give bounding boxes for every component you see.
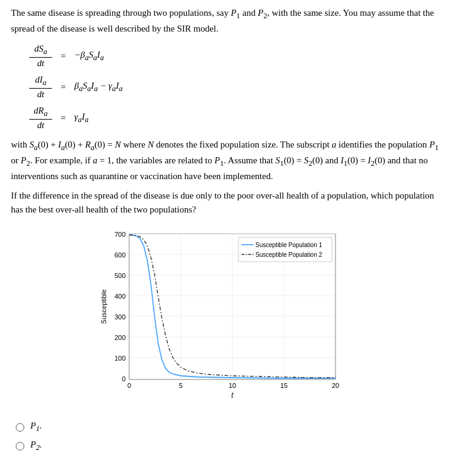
x-tick-20: 20	[331, 382, 338, 389]
eq1-equals: =	[61, 51, 66, 61]
eq3-line	[29, 119, 52, 120]
option-row-2: P2.	[16, 440, 447, 452]
legend-label-1: Susceptible Population 1	[255, 242, 323, 248]
option-label-p1: P1.	[30, 421, 42, 433]
y-tick-300: 300	[114, 313, 125, 321]
chart-container: 0 100 200 300 400 500 600 700 0 5 10 15 …	[11, 228, 447, 410]
eq1-line	[29, 57, 52, 58]
option-row-1: P1.	[16, 421, 447, 433]
eq3-rhs: γaIa	[74, 112, 88, 124]
eq1-rhs: −βaSaIa	[74, 50, 104, 63]
sir-chart: 0 100 200 300 400 500 600 700 0 5 10 15 …	[99, 228, 360, 410]
eq2-numerator: dIa	[35, 75, 47, 87]
equation-2: dIa dt = βaSaIa − γaIa	[29, 75, 447, 100]
eq2-equals: =	[61, 82, 66, 92]
equation-1: dSa dt = −βaSaIa	[29, 44, 447, 69]
intro-paragraph: The same disease is spreading through tw…	[11, 6, 447, 36]
equation-3: dRa dt = γaIa	[29, 106, 447, 131]
x-tick-5: 5	[178, 382, 182, 389]
y-tick-100: 100	[114, 355, 125, 362]
y-axis-label: Susceptible	[100, 290, 107, 324]
y-tick-600: 600	[114, 251, 125, 259]
answer-options: P1. P2.	[16, 421, 447, 452]
eq1-lhs: dSa dt	[29, 44, 52, 69]
radio-p1[interactable]	[16, 423, 24, 432]
eq3-denominator: dt	[37, 120, 44, 131]
equations-block: dSa dt = −βaSaIa dIa dt = βaSaIa − γaIa …	[29, 44, 447, 131]
x-tick-10: 10	[228, 382, 235, 389]
question-paragraph: If the difference in the spread of the d…	[11, 189, 447, 217]
condition-paragraph: with Sa(0) + Ia(0) + Ra(0) = N where N d…	[11, 138, 447, 184]
eq3-equals: =	[61, 113, 66, 123]
eq2-lhs: dIa dt	[29, 75, 52, 100]
x-axis-label: t	[231, 391, 234, 399]
y-tick-0: 0	[121, 375, 125, 382]
option-label-p2: P2.	[30, 440, 42, 452]
legend-box	[238, 237, 332, 262]
eq1-denominator: dt	[37, 58, 44, 69]
radio-p2[interactable]	[16, 442, 24, 450]
eq2-line	[29, 88, 52, 89]
eq3-numerator: dRa	[34, 106, 48, 118]
y-tick-200: 200	[114, 334, 125, 341]
eq2-denominator: dt	[37, 89, 44, 100]
eq2-rhs: βaSaIa − γaIa	[74, 81, 123, 93]
eq3-lhs: dRa dt	[29, 106, 52, 131]
x-tick-0: 0	[127, 382, 130, 389]
legend-label-2: Susceptible Population 2	[255, 251, 323, 258]
eq1-numerator: dSa	[34, 44, 47, 56]
y-tick-700: 700	[114, 231, 125, 238]
x-tick-15: 15	[280, 382, 287, 389]
y-tick-500: 500	[114, 272, 125, 279]
y-tick-400: 400	[114, 293, 125, 300]
